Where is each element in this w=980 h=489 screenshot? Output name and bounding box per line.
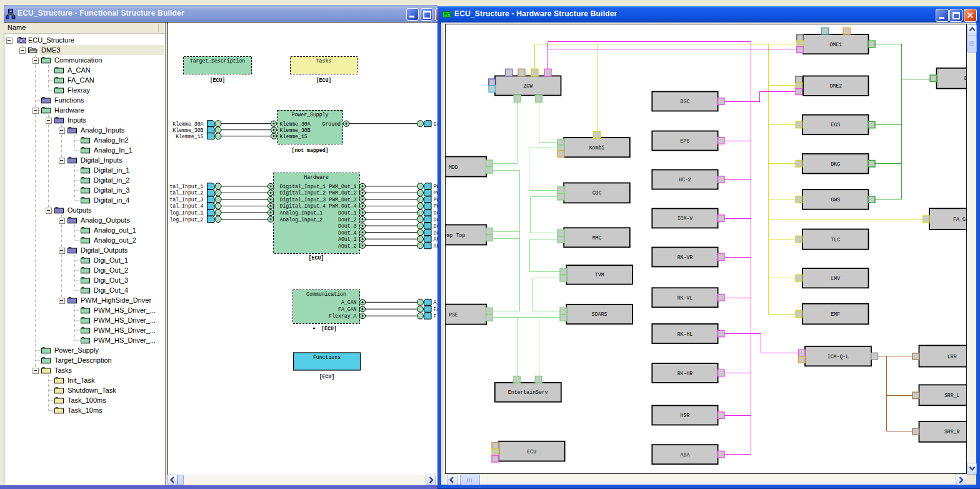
svg-text:A_CAN: A_CAN: [433, 300, 438, 305]
svg-text:EDC: EDC: [964, 76, 966, 81]
svg-text:Init_Task: Init_Task: [68, 376, 95, 384]
svg-text:Digi_Out_3: Digi_Out_3: [94, 276, 128, 284]
svg-text:Digital_Inputs: Digital_Inputs: [81, 156, 122, 164]
svg-text:Hardware: Hardware: [54, 106, 84, 114]
svg-text:Outputs: Outputs: [68, 206, 92, 214]
svg-text:PWM_Out_1: PWM_Out_1: [329, 184, 356, 189]
svg-text:PWM_HS_Driver_...: PWM_HS_Driver_...: [94, 336, 156, 344]
svg-text:SRR_L: SRR_L: [944, 393, 960, 398]
svg-text:SRR_R: SRR_R: [944, 429, 960, 435]
svg-text:tal_Input_3: tal_Input_3: [169, 197, 203, 203]
svg-text:Dout_3: Dout_3: [338, 223, 357, 229]
svg-text:Target_Description: Target_Description: [189, 58, 245, 64]
svg-text:ASA: ASA: [681, 452, 690, 458]
svg-text:TLC: TLC: [831, 237, 840, 243]
svg-text:Communication: Communication: [54, 56, 102, 64]
svg-text:TVM: TVM: [595, 272, 604, 278]
svg-text:Analog_out_2: Analog_out_2: [94, 236, 136, 244]
svg-text:AOut_1: AOut_1: [338, 236, 357, 242]
svg-text:log_Input_2: log_Input_2: [169, 217, 203, 223]
svg-text:DME2: DME2: [829, 83, 842, 89]
svg-text:DME3: DME3: [41, 46, 61, 54]
svg-text:ICM-V: ICM-V: [678, 216, 693, 221]
svg-text:PWM_HS_Driver_...: PWM_HS_Driver_...: [94, 326, 156, 334]
svg-text:ECU: ECU: [527, 449, 536, 455]
svg-text:tal_Input_4: tal_Input_4: [169, 203, 203, 209]
svg-text:FA_CAN: FA_CAN: [338, 306, 357, 312]
svg-text:log_Input_1: log_Input_1: [169, 210, 203, 216]
svg-text:tal_Input_2: tal_Input_2: [169, 190, 203, 196]
svg-text:Flexray_A: Flexray_A: [433, 313, 438, 319]
svg-text:Digital_Input_2: Digital_Input_2: [279, 190, 326, 196]
svg-text:Power_Supply: Power_Supply: [54, 346, 99, 354]
svg-text:AOut_2: AOut_2: [338, 243, 357, 249]
svg-text:LRR: LRR: [948, 354, 957, 360]
svg-text:Hardware: Hardware: [304, 174, 328, 180]
svg-text:tal_Input_1: tal_Input_1: [169, 184, 203, 189]
svg-text:[ECU]: [ECU]: [308, 255, 324, 261]
svg-text:AOut_2: AOut_2: [433, 243, 438, 249]
svg-text:Ground: Ground: [322, 121, 341, 127]
svg-text:Digital_in_2: Digital_in_2: [94, 176, 129, 184]
svg-text:Analog_out_1: Analog_out_1: [94, 226, 136, 234]
svg-text:Functions: Functions: [54, 96, 84, 104]
svg-text:Klemme_30B: Klemme_30B: [172, 128, 203, 133]
svg-text:[ECU]: [ECU]: [321, 326, 337, 331]
svg-text:LMV: LMV: [831, 276, 840, 281]
svg-text:Kombi: Kombi: [589, 145, 605, 151]
svg-text:Tasks: Tasks: [54, 366, 72, 374]
svg-text:DSC: DSC: [681, 99, 690, 104]
svg-text:HC-2: HC-2: [679, 177, 691, 183]
svg-text:RK-HR: RK-HR: [678, 371, 693, 376]
svg-text:FA_CAN: FA_CAN: [68, 76, 94, 84]
svg-text:Inputs: Inputs: [68, 116, 86, 124]
svg-text:PWM_Out_2: PWM_Out_2: [433, 190, 438, 196]
svg-text:Komp Top: Komp Top: [446, 233, 465, 238]
svg-text:ICM-Q-L: ICM-Q-L: [828, 354, 849, 360]
svg-text:Task_10ms: Task_10ms: [68, 406, 102, 414]
svg-text:RK-HL: RK-HL: [678, 331, 693, 337]
svg-text:Ground: Ground: [433, 121, 438, 127]
svg-text:EntertainServ: EntertainServ: [508, 390, 548, 395]
svg-text:Analog_Input_2: Analog_Input_2: [279, 217, 322, 223]
svg-text:Digital_Outputs: Digital_Outputs: [81, 246, 128, 254]
svg-text:PWM_Out_4: PWM_Out_4: [329, 203, 356, 209]
svg-text:ECU_Structure: ECU_Structure: [28, 36, 74, 44]
svg-text:A_CAN: A_CAN: [341, 300, 356, 305]
svg-text:MDD: MDD: [449, 164, 458, 170]
svg-text:CDC: CDC: [592, 190, 602, 196]
svg-text:EMF: EMF: [831, 311, 840, 317]
svg-text:Dout_1: Dout_1: [433, 210, 438, 216]
svg-text:Digi_Out_1: Digi_Out_1: [94, 256, 128, 264]
svg-text:RK-VL: RK-VL: [678, 295, 693, 301]
svg-text:Digital_in_1: Digital_in_1: [94, 166, 129, 174]
svg-text:[ECU]: [ECU]: [319, 374, 334, 380]
svg-text:FA_CAN: FA_CAN: [953, 216, 966, 222]
svg-text:Analog_Inputs: Analog_Inputs: [81, 126, 125, 134]
svg-text:Klemme_15: Klemme_15: [279, 134, 307, 139]
svg-text:Digi_Out_4: Digi_Out_4: [94, 286, 128, 294]
svg-text:AOut_1: AOut_1: [433, 236, 438, 242]
svg-text:Klemme_30B: Klemme_30B: [279, 128, 310, 133]
svg-text:[not mapped]: [not mapped]: [291, 148, 328, 153]
svg-text:MMC: MMC: [592, 235, 602, 241]
svg-text:Digital_in_4: Digital_in_4: [94, 196, 129, 204]
svg-text:FA_CAN: FA_CAN: [433, 306, 438, 312]
svg-text:PWM_HighSide_Driver: PWM_HighSide_Driver: [81, 296, 151, 304]
svg-text:[ECU]: [ECU]: [209, 78, 225, 83]
svg-text:HSR: HSR: [681, 413, 690, 418]
svg-text:GWS: GWS: [831, 197, 840, 203]
svg-text:PWM_Out_3: PWM_Out_3: [433, 197, 438, 203]
svg-text:Analog_Input_1: Analog_Input_1: [279, 210, 322, 216]
svg-text:PWM_Out_2: PWM_Out_2: [329, 190, 356, 196]
svg-text:Dout_4: Dout_4: [338, 230, 357, 236]
svg-text:PWM_HS_Driver_...: PWM_HS_Driver_...: [94, 316, 156, 324]
svg-text:PWM_Out_4: PWM_Out_4: [433, 203, 438, 209]
svg-text:Digi_Out_2: Digi_Out_2: [94, 266, 128, 274]
svg-text:Dout_4: Dout_4: [433, 230, 438, 236]
svg-text:Digital_Input_1: Digital_Input_1: [279, 184, 326, 189]
svg-text:Communication: Communication: [306, 291, 346, 297]
svg-text:Power_Supply: Power_Supply: [291, 112, 328, 118]
svg-text:ZGW: ZGW: [523, 83, 532, 89]
svg-text:DKG: DKG: [831, 161, 840, 167]
